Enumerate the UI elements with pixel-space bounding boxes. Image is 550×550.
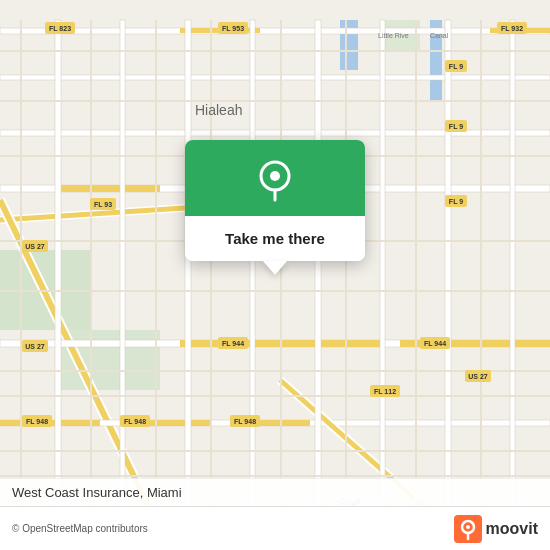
svg-rect-43 [0, 475, 550, 477]
svg-text:US 27: US 27 [25, 343, 45, 350]
svg-rect-28 [120, 20, 125, 530]
location-text: West Coast Insurance, Miami [12, 485, 182, 500]
svg-rect-8 [0, 130, 550, 136]
brand-name: moovit [486, 520, 538, 538]
svg-rect-42 [0, 450, 550, 452]
svg-rect-33 [445, 20, 451, 530]
map-container: FL 823 FL 953 FL 932 FL 9 FL 9 FL 9 FL 9… [0, 0, 550, 550]
svg-rect-41 [0, 395, 550, 397]
popup-green-section [185, 140, 365, 216]
svg-text:FL 9: FL 9 [449, 198, 463, 205]
svg-rect-48 [210, 20, 212, 530]
svg-rect-31 [315, 20, 321, 530]
location-pin-icon [253, 158, 297, 202]
svg-rect-50 [345, 20, 347, 530]
svg-rect-46 [90, 20, 92, 530]
svg-text:Canal: Canal [430, 32, 449, 39]
svg-rect-35 [0, 50, 550, 52]
svg-rect-45 [20, 20, 22, 530]
map-attribution: © OpenStreetMap contributors [12, 523, 148, 534]
brand-logo: moovit [454, 515, 538, 543]
svg-text:FL 9: FL 9 [449, 123, 463, 130]
svg-text:FL 948: FL 948 [124, 418, 146, 425]
svg-text:FL 948: FL 948 [234, 418, 256, 425]
take-me-there-button[interactable]: Take me there [185, 216, 365, 261]
svg-rect-29 [185, 20, 191, 530]
svg-text:FL 823: FL 823 [49, 25, 71, 32]
svg-text:FL 932: FL 932 [501, 25, 523, 32]
svg-rect-36 [0, 100, 550, 102]
svg-text:FL 9: FL 9 [449, 63, 463, 70]
svg-text:US 27: US 27 [468, 373, 488, 380]
popup-card: Take me there [185, 140, 365, 261]
svg-rect-12 [60, 185, 160, 192]
svg-text:FL 112: FL 112 [374, 388, 396, 395]
bottom-bar: © OpenStreetMap contributors moovit [0, 506, 550, 550]
svg-rect-52 [480, 20, 482, 530]
moovit-brand-icon [454, 515, 482, 543]
svg-text:FL 944: FL 944 [222, 340, 244, 347]
svg-text:US 27: US 27 [25, 243, 45, 250]
svg-text:Little Rive: Little Rive [378, 32, 409, 39]
svg-rect-47 [155, 20, 157, 530]
svg-rect-39 [0, 290, 550, 292]
map-background: FL 823 FL 953 FL 932 FL 9 FL 9 FL 9 FL 9… [0, 0, 550, 550]
svg-rect-32 [380, 20, 385, 530]
svg-rect-7 [0, 75, 550, 80]
svg-rect-30 [250, 20, 255, 530]
svg-point-94 [466, 525, 470, 529]
svg-rect-6 [0, 28, 550, 34]
svg-text:FL 948: FL 948 [26, 418, 48, 425]
svg-rect-51 [415, 20, 417, 530]
svg-rect-27 [55, 20, 61, 530]
svg-text:FL 953: FL 953 [222, 25, 244, 32]
svg-text:FL 944: FL 944 [424, 340, 446, 347]
svg-text:Hialeah: Hialeah [195, 102, 242, 118]
popup-tail [263, 261, 287, 275]
svg-rect-49 [280, 20, 282, 530]
location-label: West Coast Insurance, Miami [0, 478, 550, 506]
svg-text:FL 93: FL 93 [94, 201, 112, 208]
svg-rect-4 [340, 20, 358, 70]
svg-point-90 [270, 171, 280, 181]
svg-rect-34 [510, 20, 515, 530]
